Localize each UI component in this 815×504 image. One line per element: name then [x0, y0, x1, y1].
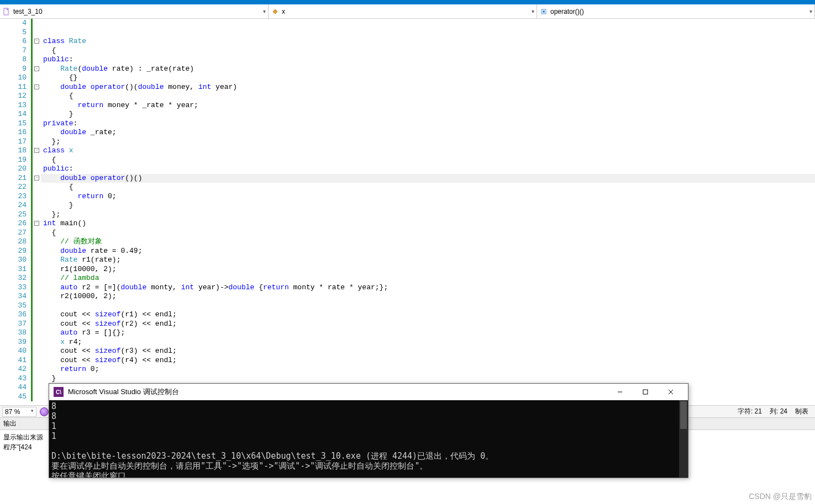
- code-line[interactable]: r2(10000, 2);: [41, 292, 815, 301]
- code-line[interactable]: auto r3 = []{};: [41, 328, 815, 338]
- fold-toggle-icon[interactable]: -: [34, 221, 39, 226]
- console-titlebar[interactable]: C\ Microsoft Visual Studio 调试控制台: [49, 384, 688, 400]
- code-line[interactable]: cout << sizeof(r4) << endl;: [41, 356, 815, 365]
- code-line[interactable]: x r4;: [41, 338, 815, 347]
- line-number: 13: [0, 101, 27, 110]
- code-line[interactable]: class Rate: [41, 37, 815, 46]
- code-line[interactable]: {: [41, 183, 815, 192]
- fold-toggle-icon[interactable]: -: [34, 84, 39, 89]
- line-number: 39: [0, 338, 27, 347]
- line-number: 31: [0, 265, 27, 274]
- console-title-text: Microsoft Visual Studio 调试控制台: [68, 387, 179, 397]
- svg-rect-0: [4, 8, 8, 15]
- line-number: 9: [0, 65, 27, 74]
- console-scrollbar[interactable]: [679, 400, 688, 478]
- maximize-button[interactable]: [633, 384, 658, 400]
- health-indicator-icon[interactable]: [40, 407, 49, 416]
- code-line[interactable]: double operator()(): [41, 174, 815, 183]
- close-button[interactable]: [658, 384, 683, 400]
- code-line[interactable]: cout << sizeof(r2) << endl;: [41, 320, 815, 329]
- code-line[interactable]: private:: [41, 119, 815, 129]
- fold-toggle-icon[interactable]: -: [34, 148, 39, 153]
- scope-dropdown-2[interactable]: x ▾: [269, 4, 537, 18]
- code-line[interactable]: {: [41, 229, 815, 238]
- code-line[interactable]: }: [41, 374, 815, 384]
- code-line[interactable]: class x: [41, 146, 815, 156]
- code-line[interactable]: Rate r1(rate);: [41, 256, 815, 265]
- code-line[interactable]: [41, 28, 815, 38]
- code-line[interactable]: double operator()(double money, int year…: [41, 83, 815, 92]
- code-line[interactable]: r1(10000, 2);: [41, 265, 815, 274]
- code-editor[interactable]: 4567891011121314151617181920212223242526…: [0, 19, 815, 405]
- line-number: 37: [0, 320, 27, 329]
- chevron-down-icon[interactable]: ▾: [809, 8, 812, 14]
- line-number: 42: [0, 365, 27, 374]
- code-line[interactable]: };: [41, 210, 815, 220]
- line-number: 40: [0, 347, 27, 356]
- line-number: 21: [0, 174, 27, 183]
- code-line[interactable]: auto r2 = [=](double monty, int year)->d…: [41, 283, 815, 293]
- code-line[interactable]: double rate = 0.49;: [41, 247, 815, 256]
- code-line[interactable]: public:: [41, 55, 815, 65]
- fold-toggle-icon[interactable]: -: [34, 39, 39, 44]
- code-line[interactable]: };: [41, 137, 815, 147]
- line-number: 7: [0, 46, 27, 56]
- code-line[interactable]: {: [41, 156, 815, 165]
- method-icon: [539, 7, 548, 16]
- line-number: 45: [0, 392, 27, 402]
- line-number: 38: [0, 328, 27, 338]
- line-number: 14: [0, 110, 27, 119]
- line-number: 10: [0, 73, 27, 83]
- class-icon: [271, 7, 280, 16]
- zoom-dropdown[interactable]: 87 % ▾: [2, 407, 36, 417]
- line-number: 32: [0, 274, 27, 283]
- code-line[interactable]: {: [41, 92, 815, 101]
- code-line[interactable]: [41, 301, 815, 311]
- vs-logo-icon: C\: [54, 387, 64, 397]
- code-line[interactable]: // 函数对象: [41, 237, 815, 247]
- console-text: 8 8 1 1 D:\bite\bite-lesson2023-2024\tes…: [51, 401, 686, 478]
- line-number: 18: [0, 146, 27, 156]
- line-number: 44: [0, 383, 27, 392]
- line-number: 33: [0, 283, 27, 293]
- fold-toggle-icon[interactable]: -: [34, 66, 39, 71]
- line-number: 20: [0, 165, 27, 174]
- line-number: 30: [0, 256, 27, 265]
- code-line[interactable]: cout << sizeof(r3) << endl;: [41, 347, 815, 356]
- line-number: 35: [0, 301, 27, 311]
- line-number: 24: [0, 201, 27, 210]
- code-line[interactable]: int main(): [41, 219, 815, 229]
- code-line[interactable]: return 0;: [41, 192, 815, 201]
- console-output[interactable]: 8 8 1 1 D:\bite\bite-lesson2023-2024\tes…: [49, 400, 688, 478]
- code-content[interactable]: class Rate {public: Rate(double rate) : …: [41, 19, 815, 405]
- line-number: 15: [0, 119, 27, 129]
- code-line[interactable]: // lambda: [41, 274, 815, 283]
- fold-toggle-icon[interactable]: -: [34, 176, 39, 181]
- code-line[interactable]: {}: [41, 73, 815, 83]
- svg-rect-4: [643, 390, 648, 394]
- line-number: 41: [0, 356, 27, 365]
- scope-dropdown-3[interactable]: operator()() ▾: [537, 4, 815, 18]
- svg-rect-2: [543, 10, 545, 13]
- code-line[interactable]: double _rate;: [41, 128, 815, 137]
- code-line[interactable]: }: [41, 110, 815, 119]
- code-line[interactable]: return money * _rate * year;: [41, 101, 815, 110]
- code-line[interactable]: public:: [41, 165, 815, 174]
- line-number: 19: [0, 156, 27, 165]
- line-number: 5: [0, 28, 27, 38]
- minimize-button[interactable]: [607, 384, 633, 400]
- chevron-down-icon[interactable]: ▾: [532, 8, 534, 14]
- code-line[interactable]: return 0;: [41, 365, 815, 374]
- scope-dropdown-1[interactable]: test_3_10 ▾: [0, 4, 269, 18]
- code-line[interactable]: Rate(double rate) : _rate(rate): [41, 65, 815, 74]
- scrollbar-thumb[interactable]: [680, 401, 687, 429]
- code-line[interactable]: }: [41, 201, 815, 210]
- chevron-down-icon[interactable]: ▾: [263, 8, 266, 14]
- code-line[interactable]: {: [41, 46, 815, 56]
- code-line[interactable]: [41, 19, 815, 28]
- scope-text-2: x: [282, 8, 285, 15]
- fold-column[interactable]: ------: [33, 19, 41, 405]
- line-number: 43: [0, 374, 27, 384]
- line-number: 6: [0, 37, 27, 46]
- code-line[interactable]: cout << sizeof(r1) << endl;: [41, 310, 815, 320]
